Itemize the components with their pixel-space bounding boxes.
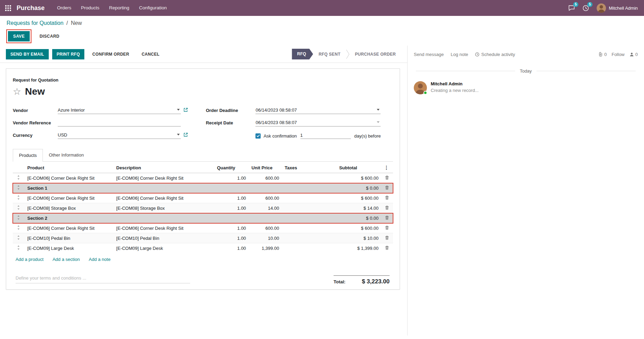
cell-product[interactable]: [E-COM09] Large Desk xyxy=(25,243,113,253)
delete-line-icon[interactable] xyxy=(381,213,393,223)
cell-unit-price[interactable]: 600.00 xyxy=(249,173,282,183)
add-product-link[interactable]: Add a product xyxy=(16,257,44,262)
drag-handle-icon[interactable] xyxy=(13,213,25,223)
apps-grid-icon[interactable] xyxy=(0,0,16,16)
log-note-button[interactable]: Log note xyxy=(451,52,468,57)
confirm-order-button[interactable]: CONFIRM ORDER xyxy=(88,49,134,59)
add-section-link[interactable]: Add a section xyxy=(53,257,80,262)
state-rfq[interactable]: RFQ xyxy=(292,49,313,59)
cell-product[interactable]: [E-COM06] Corner Desk Right Sit xyxy=(25,223,113,233)
terms-conditions-input[interactable] xyxy=(16,275,190,283)
currency-value: USD xyxy=(58,132,177,138)
cell-description[interactable]: [E-COM09] Large Desk xyxy=(113,243,214,253)
notebook-tabs: Products Other Information xyxy=(13,149,393,162)
cell-taxes[interactable] xyxy=(282,243,337,253)
cell-product[interactable]: [E-COM06] Corner Desk Right Sit xyxy=(25,173,113,183)
cell-unit-price[interactable]: 10.00 xyxy=(249,233,282,243)
print-rfq-button[interactable]: PRINT RFQ xyxy=(52,49,84,59)
cell-description[interactable]: [E-COM08] Storage Box xyxy=(113,203,214,213)
attachments-button[interactable]: 0 xyxy=(598,52,607,57)
column-options-icon[interactable]: ⋮ xyxy=(381,162,393,173)
drag-handle-icon[interactable] xyxy=(13,193,25,203)
header-description: Description xyxy=(113,162,214,173)
menu-configuration[interactable]: Configuration xyxy=(134,0,171,16)
discard-button[interactable]: DISCARD xyxy=(37,34,61,39)
external-link-icon[interactable] xyxy=(184,132,188,138)
drag-handle-icon[interactable] xyxy=(13,243,25,253)
cell-product[interactable]: [E-COM08] Storage Box xyxy=(25,203,113,213)
caret-down-icon[interactable] xyxy=(377,109,380,111)
breadcrumb-parent-link[interactable]: Requests for Quotation xyxy=(7,20,64,26)
state-rfq-sent[interactable]: RFQ SENT xyxy=(313,52,346,57)
app-name[interactable]: Purchase xyxy=(17,4,45,12)
menu-reporting[interactable]: Reporting xyxy=(104,0,134,16)
cell-description[interactable]: [E-COM06] Corner Desk Right Sit xyxy=(113,223,214,233)
cell-quantity[interactable]: 1.00 xyxy=(214,173,249,183)
send-by-email-button[interactable]: SEND BY EMAIL xyxy=(6,49,49,59)
cell-product[interactable]: [E-COM06] Corner Desk Right Sit xyxy=(25,193,113,203)
order-deadline-label: Order Deadline xyxy=(206,108,255,114)
followers-button[interactable]: 0 xyxy=(629,52,638,57)
receipt-date-field[interactable]: 06/14/2023 08:58:07 xyxy=(255,120,381,126)
cell-description[interactable]: [E-COM10] Pedal Bin xyxy=(113,233,214,243)
confirmation-days-field[interactable]: 1 xyxy=(300,133,351,139)
currency-field[interactable]: USD xyxy=(58,132,181,139)
follow-button[interactable]: Follow xyxy=(612,52,625,57)
save-button[interactable]: SAVE xyxy=(8,31,30,41)
cell-quantity[interactable]: 1.00 xyxy=(214,243,249,253)
menu-orders[interactable]: Orders xyxy=(52,0,76,16)
caret-down-icon[interactable] xyxy=(177,109,180,111)
ask-confirmation-checkbox[interactable] xyxy=(255,133,261,139)
delete-line-icon[interactable] xyxy=(381,203,393,213)
cell-unit-price[interactable]: 600.00 xyxy=(249,193,282,203)
section-label[interactable]: Section 1 xyxy=(25,183,336,193)
drag-handle-icon[interactable] xyxy=(13,233,25,243)
vendor-field[interactable]: Azure Interior xyxy=(58,107,181,114)
delete-line-icon[interactable] xyxy=(381,243,393,253)
cell-product[interactable]: [E-COM10] Pedal Bin xyxy=(25,233,113,243)
cell-quantity[interactable]: 1.00 xyxy=(214,203,249,213)
cell-unit-price[interactable]: 600.00 xyxy=(249,223,282,233)
cell-taxes[interactable] xyxy=(282,203,337,213)
tab-products[interactable]: Products xyxy=(13,149,43,162)
cell-description[interactable]: [E-COM06] Corner Desk Right Sit xyxy=(113,193,214,203)
caret-down-icon[interactable] xyxy=(377,121,380,123)
cell-quantity[interactable]: 1.00 xyxy=(214,193,249,203)
drag-handle-icon[interactable] xyxy=(13,203,25,213)
tab-other-information[interactable]: Other Information xyxy=(43,149,90,162)
section-label[interactable]: Section 2 xyxy=(25,213,336,223)
delete-line-icon[interactable] xyxy=(381,223,393,233)
drag-handle-icon[interactable] xyxy=(13,183,25,193)
cell-taxes[interactable] xyxy=(282,193,337,203)
delete-line-icon[interactable] xyxy=(381,173,393,183)
menu-products[interactable]: Products xyxy=(76,0,104,16)
record-title: New xyxy=(25,86,45,97)
cell-taxes[interactable] xyxy=(282,173,337,183)
cell-quantity[interactable]: 1.00 xyxy=(214,223,249,233)
cancel-button[interactable]: CANCEL xyxy=(137,49,164,59)
schedule-activity-button[interactable]: Schedule activity xyxy=(475,52,515,57)
cell-taxes[interactable] xyxy=(282,233,337,243)
delete-line-icon[interactable] xyxy=(381,183,393,193)
send-message-button[interactable]: Send message xyxy=(414,52,444,57)
activities-icon[interactable]: 5 xyxy=(582,5,589,11)
messages-icon[interactable]: 5 xyxy=(568,5,575,11)
cell-unit-price[interactable]: 14.00 xyxy=(249,203,282,213)
delete-line-icon[interactable] xyxy=(381,233,393,243)
paperclip-icon xyxy=(598,52,603,57)
cell-taxes[interactable] xyxy=(282,223,337,233)
cell-description[interactable]: [E-COM06] Corner Desk Right Sit xyxy=(113,173,214,183)
delete-line-icon[interactable] xyxy=(381,193,393,203)
drag-handle-icon[interactable] xyxy=(13,173,25,183)
cell-unit-price[interactable]: 1,399.00 xyxy=(249,243,282,253)
external-link-icon[interactable] xyxy=(184,107,188,113)
caret-down-icon[interactable] xyxy=(177,134,180,135)
state-purchase-order[interactable]: PURCHASE ORDER xyxy=(349,52,401,57)
cell-quantity[interactable]: 1.00 xyxy=(214,233,249,243)
order-deadline-field[interactable]: 06/14/2023 08:58:07 xyxy=(255,107,381,114)
user-menu[interactable]: Mitchell Admin xyxy=(597,3,638,13)
favorite-star-icon[interactable]: ☆ xyxy=(13,87,21,96)
add-note-link[interactable]: Add a note xyxy=(89,257,111,262)
drag-handle-icon[interactable] xyxy=(13,223,25,233)
vendor-reference-field[interactable] xyxy=(58,120,181,126)
